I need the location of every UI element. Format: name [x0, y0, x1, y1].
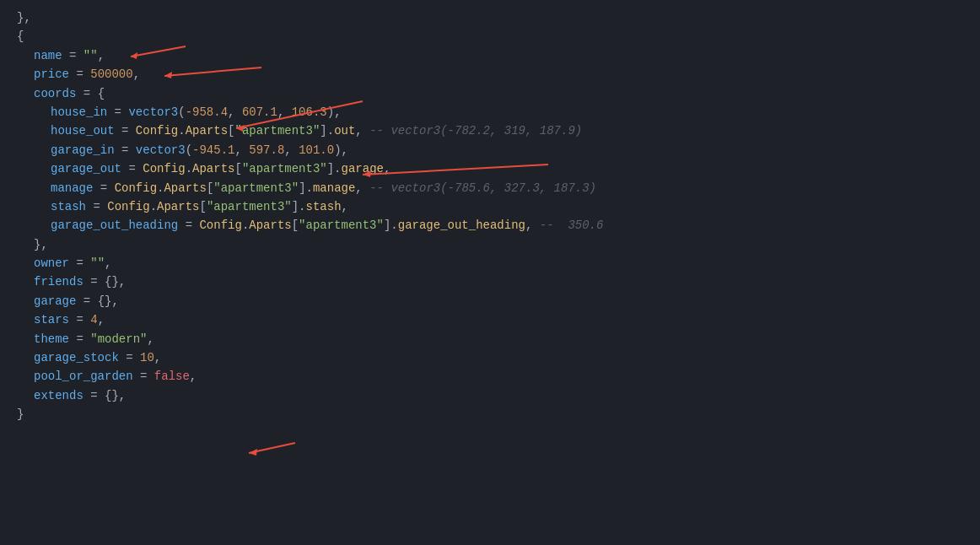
code-token: Aparts [192, 159, 234, 178]
code-token: = [62, 46, 83, 65]
code-token: {} [98, 292, 112, 310]
code-token: "apartment3" [299, 216, 384, 235]
code-token: , [133, 65, 140, 84]
code-token: garage_stock [34, 348, 119, 367]
code-token: [ [199, 197, 206, 216]
code-token: "apartment3" [235, 121, 320, 140]
code-token: ]. [299, 179, 313, 197]
code-token: , [234, 141, 249, 159]
line-9: garage_out = Config . Aparts [ "apartmen… [17, 159, 963, 178]
code-token: = [86, 197, 107, 216]
code-token: { [98, 84, 105, 103]
code-token: false [154, 367, 190, 386]
line-1: }, [17, 8, 963, 27]
code-token: garage_out_heading [51, 216, 178, 235]
code-token: out [334, 121, 355, 140]
code-token: price [34, 65, 69, 84]
code-token: , [277, 103, 292, 121]
code-token: Aparts [186, 121, 228, 140]
line-13: }, [17, 235, 963, 254]
code-token: {} [105, 272, 119, 291]
code-token: , [111, 292, 118, 310]
code-token: , [384, 159, 390, 178]
line-21: extends = {} , [17, 386, 963, 405]
code-token: owner [34, 254, 69, 272]
code-token: ), [334, 141, 348, 159]
code-token: Aparts [249, 216, 291, 235]
line-22: } [17, 405, 963, 424]
code-token: }, [17, 8, 31, 27]
svg-marker-9 [249, 449, 257, 456]
code-token: house_in [51, 103, 107, 121]
code-token: Config [143, 159, 185, 178]
code-token: , [355, 179, 369, 197]
code-token: , [284, 141, 299, 159]
code-token: ( [178, 103, 185, 121]
code-token: , [190, 367, 197, 386]
code-token: = [69, 254, 90, 272]
code-token: 597.8 [249, 141, 284, 159]
code-token: Config [115, 179, 157, 197]
code-token: Config [107, 197, 149, 216]
code-token: = [83, 272, 105, 291]
code-token: = [107, 103, 128, 121]
code-token: [ [228, 121, 234, 140]
code-token: ), [327, 103, 342, 121]
code-token: "apartment3" [213, 179, 299, 197]
code-token: . [157, 179, 164, 197]
code-token: . [150, 197, 157, 216]
code-token: "apartment3" [207, 197, 292, 216]
line-8: garage_in = vector3 ( -945.1 , 597.8 , 1… [17, 141, 963, 159]
code-token: , [342, 197, 348, 216]
code-editor: }, { name = "" , price = 500000 , coords… [0, 0, 980, 545]
code-token: stash [306, 197, 342, 216]
code-token: house_out [51, 121, 115, 140]
code-token: , [119, 272, 126, 291]
code-token: = [119, 348, 140, 367]
line-7: house_out = Config . Aparts [ "apartment… [17, 121, 963, 140]
code-token: coords [34, 84, 76, 103]
code-token: "" [83, 46, 98, 65]
line-20: pool_or_garden = false , [17, 367, 963, 386]
code-token: = [69, 330, 90, 348]
code-token: Aparts [157, 197, 199, 216]
code-token: -- 350.6 [540, 216, 604, 235]
code-token: , [525, 216, 540, 235]
code-token: 500000 [90, 65, 132, 84]
code-token: garage_out [51, 159, 121, 178]
code-token: garage_in [51, 141, 115, 159]
line-11: stash = Config . Aparts [ "apartment3" ]… [17, 197, 963, 216]
code-token: vector3 [128, 103, 178, 121]
code-token: "apartment3" [242, 159, 327, 178]
line-2: { [17, 27, 963, 46]
code-token: = [76, 292, 97, 310]
code-token: }, [34, 235, 48, 254]
code-token: ( [186, 141, 192, 159]
code-token: , [98, 310, 105, 329]
code-token: ]. [327, 159, 342, 178]
code-token: 101.0 [299, 141, 334, 159]
code-token: [ [292, 216, 299, 235]
code-token: , [105, 254, 111, 272]
line-15: friends = {} , [17, 272, 963, 291]
line-16: garage = {} , [17, 292, 963, 310]
code-token: stash [51, 197, 86, 216]
svg-line-8 [249, 443, 295, 453]
line-19: garage_stock = 10 , [17, 348, 963, 367]
code-token: garage [34, 292, 76, 310]
code-token: 607.1 [242, 103, 277, 121]
code-token: "modern" [90, 330, 147, 348]
code-token: manage [313, 179, 355, 197]
code-token: { [17, 27, 24, 46]
code-token: extends [34, 386, 83, 405]
line-5: coords = { [17, 84, 963, 103]
code-token: . [186, 159, 192, 178]
code-token: pool_or_garden [34, 367, 133, 386]
code-token: = [93, 179, 114, 197]
line-10: manage = Config . Aparts [ "apartment3" … [17, 179, 963, 197]
code-token: Config [136, 121, 178, 140]
code-token: [ [207, 179, 213, 197]
code-token: = [69, 310, 90, 329]
code-token: [ [234, 159, 241, 178]
code-token: 106.3 [292, 103, 327, 121]
